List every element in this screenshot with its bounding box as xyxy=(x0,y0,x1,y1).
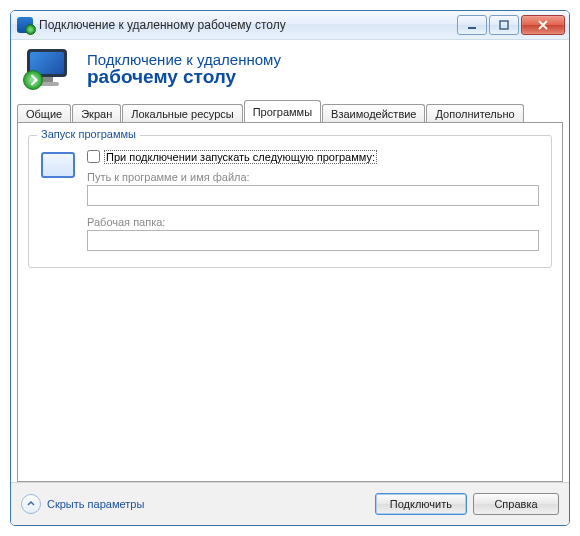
program-path-label: Путь к программе и имя файла: xyxy=(87,171,539,183)
tab-display[interactable]: Экран xyxy=(72,104,121,123)
rdp-app-icon xyxy=(17,17,33,33)
window-title: Подключение к удаленному рабочему столу xyxy=(39,18,286,32)
group-start-program: Запуск программы При подключении запуска… xyxy=(28,135,552,268)
group-legend: Запуск программы xyxy=(37,128,140,140)
header: Подключение к удаленному рабочему столу xyxy=(11,40,569,100)
working-folder-label: Рабочая папка: xyxy=(87,216,539,228)
connect-button[interactable]: Подключить xyxy=(375,493,467,515)
minimize-button[interactable] xyxy=(457,15,487,35)
header-line-2: рабочему столу xyxy=(87,66,281,88)
header-line-1: Подключение к удаленному xyxy=(87,51,281,68)
start-program-checkbox[interactable] xyxy=(87,150,100,163)
program-path-input[interactable] xyxy=(87,185,539,206)
close-button[interactable] xyxy=(521,15,565,35)
svg-rect-1 xyxy=(500,21,508,29)
hide-options-toggle[interactable] xyxy=(21,494,41,514)
tab-advanced[interactable]: Дополнительно xyxy=(426,104,523,123)
help-button[interactable]: Справка xyxy=(473,493,559,515)
svg-rect-0 xyxy=(468,27,476,29)
hide-options-label[interactable]: Скрыть параметры xyxy=(47,498,144,510)
footer: Скрыть параметры Подключить Справка xyxy=(11,482,569,525)
tab-programs[interactable]: Программы xyxy=(244,100,321,122)
tab-panel-programs: Запуск программы При подключении запуска… xyxy=(17,122,563,482)
tab-general[interactable]: Общие xyxy=(17,104,71,123)
titlebar[interactable]: Подключение к удаленному рабочему столу xyxy=(11,11,569,40)
program-window-icon xyxy=(41,152,75,178)
maximize-button[interactable] xyxy=(489,15,519,35)
rdp-monitor-icon xyxy=(25,48,73,90)
tab-local-resources[interactable]: Локальные ресурсы xyxy=(122,104,242,123)
chevron-up-icon xyxy=(26,499,36,509)
start-program-checkbox-label[interactable]: При подключении запускать следующую прог… xyxy=(105,151,376,163)
tabstrip: Общие Экран Локальные ресурсы Программы … xyxy=(11,100,569,122)
dialog-window: Подключение к удаленному рабочему столу xyxy=(10,10,570,526)
tab-experience[interactable]: Взаимодействие xyxy=(322,104,425,123)
working-folder-input[interactable] xyxy=(87,230,539,251)
